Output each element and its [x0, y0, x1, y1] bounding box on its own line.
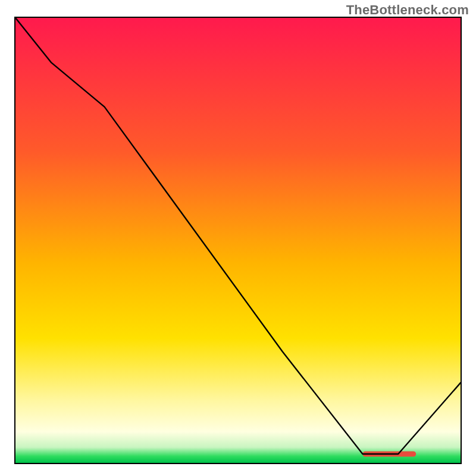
chart-stage: TheBottleneck.com: [0, 0, 476, 476]
chart-canvas: [15, 18, 461, 463]
watermark-text: TheBottleneck.com: [346, 2, 469, 18]
gradient-background: [15, 18, 461, 463]
plot-area: [14, 17, 462, 464]
